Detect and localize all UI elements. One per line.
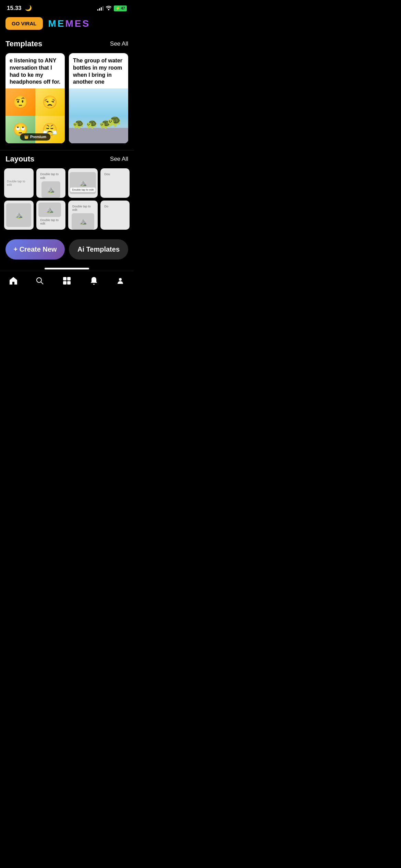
layouts-see-all-button[interactable]: See All <box>110 156 128 162</box>
moon-icon: 🌙 <box>25 5 32 11</box>
nav-create[interactable] <box>57 275 77 287</box>
svg-point-0 <box>108 9 109 10</box>
layout-card-5[interactable]: ⛰️ <box>4 201 34 230</box>
title-letter-s: S <box>83 18 90 29</box>
layout-5-image-icon: ⛰️ <box>15 211 23 219</box>
layout-card-7[interactable]: Double tap to edit ⛰️ <box>68 201 98 230</box>
templates-see-all-button[interactable]: See All <box>110 40 128 47</box>
layouts-section-header: Layouts See All <box>0 150 134 168</box>
profile-icon <box>116 276 125 285</box>
status-time: 15.33 <box>7 5 22 11</box>
layout-card-4[interactable]: Dou <box>100 168 130 198</box>
layout-6-image-icon: ⛰️ <box>46 206 53 214</box>
go-viral-button[interactable]: GO VIRAL <box>5 17 43 30</box>
layout-card-3[interactable]: ⛰️ Double tap to edit <box>68 168 98 198</box>
svg-point-7 <box>119 278 122 281</box>
svg-rect-6 <box>67 281 71 285</box>
layout-card-6[interactable]: ⛰️ Double tap to edit <box>36 201 66 230</box>
layout-7-top-text: Double tap to edit <box>70 203 96 214</box>
bell-icon <box>89 276 98 285</box>
bottom-buttons: + Create New Ai Templates <box>0 232 134 265</box>
layout-6-bottom-text: Double tap to edit <box>38 217 64 228</box>
ai-templates-button[interactable]: Ai Templates <box>69 239 128 260</box>
layout-4-text: Dou <box>102 170 112 178</box>
home-icon <box>9 276 18 285</box>
title-letter-e1: E <box>58 18 65 29</box>
status-icons: ⚡47 <box>97 5 127 11</box>
search-icon <box>35 276 44 285</box>
meme-cell-2: 😒 <box>35 88 65 116</box>
image-placeholder-icon: ⛰️ <box>47 186 54 193</box>
layout-card-8[interactable]: Do <box>100 201 130 230</box>
svg-point-1 <box>37 278 41 282</box>
meme-cell-1: 🤨 <box>5 88 35 116</box>
nav-notifications[interactable] <box>84 275 104 287</box>
nav-profile[interactable] <box>110 275 130 287</box>
create-icon <box>62 276 72 286</box>
status-bar: 15.33 🌙 ⚡47 <box>0 0 134 14</box>
layout-7-image-icon: ⛰️ <box>79 218 87 225</box>
status-time-area: 15.33 🌙 <box>7 5 32 12</box>
wifi-icon <box>106 5 112 11</box>
template-card-2-text: The group of water bottles in my room wh… <box>69 53 128 88</box>
create-new-button[interactable]: + Create New <box>5 239 65 260</box>
svg-line-2 <box>41 282 44 285</box>
template-card-2-image: 🐢 🐢 🐢 🐢 <box>69 88 128 143</box>
app-header: GO VIRAL MEMES <box>0 14 134 35</box>
home-indicator-area <box>0 265 134 271</box>
layout-3-overlay-text: Double tap to edit <box>72 188 94 191</box>
template-card-1[interactable]: e listening to ANY nversation that I had… <box>5 53 65 143</box>
nav-search[interactable] <box>30 275 50 287</box>
layout-6-image: ⛰️ <box>38 203 61 217</box>
layouts-row-2: ⛰️ ⛰️ Double tap to edit Double tap to e… <box>0 201 134 230</box>
templates-row: e listening to ANY nversation that I had… <box>0 53 134 143</box>
template-card-2[interactable]: The group of water bottles in my room wh… <box>69 53 128 143</box>
layout-7-image: ⛰️ <box>72 213 94 230</box>
title-letter-m1: M <box>48 18 58 29</box>
template-card-1-image: 🤨 😒 🙄 😤 👑Premium <box>5 88 65 143</box>
layouts-row-1: Double tap to edit Double tap to edit ⛰️… <box>0 168 134 198</box>
crown-icon: 👑 <box>24 135 29 139</box>
layout-card-1[interactable]: Double tap to edit <box>4 168 34 198</box>
title-letter-m2: M <box>65 18 75 29</box>
battery-icon: ⚡47 <box>114 5 127 11</box>
templates-title: Templates <box>5 39 42 48</box>
svg-rect-3 <box>63 277 66 280</box>
svg-rect-5 <box>63 281 66 285</box>
layout-1-label: Double tap to edit <box>7 180 31 186</box>
title-letter-e2: E <box>75 18 83 29</box>
signal-icon <box>97 6 104 11</box>
layout-2-image: ⛰️ <box>41 181 60 198</box>
premium-badge: 👑Premium <box>20 133 50 141</box>
app-title: MEMES <box>48 18 90 29</box>
layout-8-text: Do <box>102 203 111 210</box>
layouts-title: Layouts <box>5 155 34 164</box>
nav-home[interactable] <box>3 275 23 287</box>
templates-section-header: Templates See All <box>0 35 134 53</box>
bottom-nav <box>0 271 134 292</box>
layout-3-image-icon: ⛰️ <box>79 179 87 187</box>
home-indicator <box>45 268 89 269</box>
layout-card-2[interactable]: Double tap to edit ⛰️ <box>36 168 66 198</box>
template-card-1-text: e listening to ANY nversation that I had… <box>5 53 65 88</box>
svg-rect-4 <box>67 277 71 280</box>
layout-2-top-text: Double tap to edit <box>38 170 64 181</box>
